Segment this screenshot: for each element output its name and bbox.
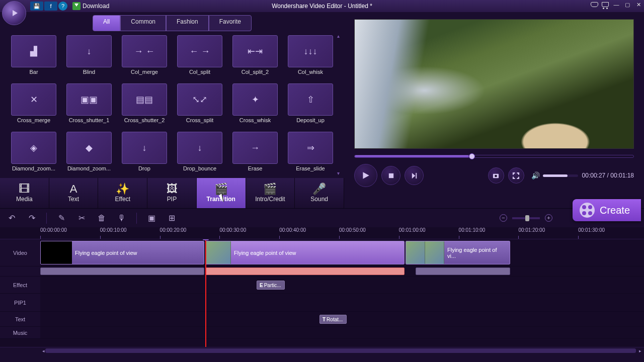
preview-scrubber[interactable] [354,155,634,158]
library-panel: AllCommonFashionFavorite ▟Bar↓Blind→ ←Co… [0,12,344,208]
filter-tab-all[interactable]: All [93,15,120,31]
timeline-horizontal-scrollbar[interactable]: ◂▸ [0,347,644,354]
filter-tabs: AllCommonFashionFavorite [0,15,344,31]
transition-cross-shutter-1[interactable]: ▣▣Cross_shutter_1 [64,83,114,130]
app-logo [2,1,26,25]
transition-cross-whisk[interactable]: ✦Cross_whisk [230,83,280,130]
transition-blind[interactable]: ↓Blind [64,35,114,81]
volume-slider[interactable] [543,174,578,177]
audio-clip-1[interactable] [40,267,204,275]
video-clip-3[interactable]: Flying eagle point of vi... [406,241,510,264]
text-track-label: Text [0,312,40,326]
transition-erase[interactable]: →Erase [230,132,280,178]
cart-icon[interactable] [600,0,611,9]
ruler-tick: 00:00:30:00 [219,227,279,239]
audio-clip-3[interactable] [416,267,510,275]
transition-col-whisk[interactable]: ↓↓↓Col_whisk [285,35,336,81]
close-button[interactable]: ✕ [633,0,644,9]
preview-frame [355,20,633,148]
ruler-tick: 00:00:00:00 [40,227,100,239]
video-clip-1[interactable]: Flying eagle point of view [40,241,204,264]
transition-drop[interactable]: ↓Drop [119,132,170,178]
music-track[interactable]: Music [0,327,644,339]
fullscreen-button[interactable] [508,167,524,184]
transition-diamond-zoom-[interactable]: ◈Diamond_zoom... [9,132,59,178]
download-icon [72,2,80,10]
transition-cross-split[interactable]: ⤡⤢Cross_split [175,83,225,130]
text-track[interactable]: Text TRotat... [0,312,644,327]
step-forward-button[interactable] [405,166,424,185]
mode-tab-text[interactable]: AText [49,178,99,208]
voiceover-button[interactable]: 🎙 [116,213,127,224]
zoom-out-button[interactable]: − [500,214,507,222]
minimize-button[interactable]: — [611,0,622,9]
filter-tab-fashion[interactable]: Fashion [166,15,209,31]
timeline: 00:00:00:0000:00:10:0000:00:20:0000:00:3… [0,227,644,354]
volume-icon[interactable]: 🔊 [531,171,540,179]
playhead[interactable] [205,239,206,347]
pip-track-label: PIP1 [0,294,40,311]
transition-erase-slide[interactable]: ⇒Erase_slide [285,132,336,178]
help-icon[interactable]: ? [58,2,67,11]
save-icon[interactable]: 💾 [30,2,43,11]
ruler-tick: 00:00:40:00 [279,227,339,239]
mode-tab-sound[interactable]: 🎤Sound [295,178,344,208]
effect-clip[interactable]: EPartic... [257,281,285,290]
timeline-toolbar: ↶ ↷ ✎ ✂ 🗑 🎙 ▣ ⊞ − + [0,208,644,227]
redo-button[interactable]: ↷ [26,213,37,224]
mode-bar: 🎞MediaAText✨Effect🖼PIP🎬Transition🎬Intro/… [0,178,344,208]
ruler-tick: 00:00:10:00 [100,227,160,239]
download-button[interactable]: Download [72,2,109,11]
undo-button[interactable]: ↶ [6,213,17,224]
mode-tab-media[interactable]: 🎞Media [0,178,49,208]
maximize-button[interactable]: ▢ [622,0,633,9]
text-clip[interactable]: TRotat... [319,315,347,324]
transition-cross-merge[interactable]: ✕Cross_merge [9,83,59,130]
play-button[interactable] [354,164,377,187]
mode-tab-intro-credit[interactable]: 🎬Intro/Credit [246,178,295,208]
svg-rect-0 [388,173,393,177]
filter-tab-favorite[interactable]: Favorite [209,15,252,31]
pip-track[interactable]: PIP1 [0,294,644,312]
stop-button[interactable] [381,166,400,185]
zoom-in-button[interactable]: + [545,214,552,222]
timecode: 00:00:27 / 00:01:18 [582,172,634,179]
aspect-button[interactable]: ⊞ [166,213,177,224]
effect-track[interactable]: Effect EPartic... [0,277,644,294]
snapshot-button[interactable] [488,167,504,184]
filter-tab-common[interactable]: Common [120,15,166,31]
cut-button[interactable]: ✂ [76,213,87,224]
ruler-tick: 00:01:10:00 [459,227,519,239]
video-track-label: Video [0,239,40,266]
audio-clip-2[interactable] [205,267,405,275]
audio-subtrack[interactable] [0,266,644,277]
edit-button[interactable]: ✎ [56,213,67,224]
transition-col-split-2[interactable]: ⇤⇥Col_split_2 [230,35,280,81]
transition-col-merge[interactable]: → ←Col_merge [119,35,170,81]
delete-button[interactable]: 🗑 [96,213,107,224]
video-track[interactable]: Video Flying eagle point of view Flying … [0,239,644,266]
mode-tab-pip[interactable]: 🖼PIP [147,178,197,208]
transition-col-split[interactable]: ← →Col_split [175,35,225,81]
video-clip-2[interactable]: Flying eagle point of view [205,241,405,264]
facebook-icon[interactable]: f [44,2,57,11]
ruler-tick: 00:00:20:00 [160,227,220,239]
crop-button[interactable]: ▣ [146,213,157,224]
time-ruler[interactable]: 00:00:00:0000:00:10:0000:00:20:0000:00:3… [0,227,644,239]
ruler-tick: 00:01:00:00 [399,227,459,239]
ruler-tick: 00:01:30:00 [578,227,638,239]
zoom-slider[interactable] [512,217,540,219]
grid-scrollbar[interactable]: ▴▾ [337,31,343,178]
transition-deposit-up[interactable]: ⇧Deposit_up [285,83,336,130]
mode-tab-effect[interactable]: ✨Effect [98,178,147,208]
mode-tab-transition[interactable]: 🎬Transition [197,178,246,208]
transition-cross-shutter-2[interactable]: ▤▤Cross_shutter_2 [119,83,170,130]
transition-diamond-zoom-[interactable]: ◆Diamond_zoom... [64,132,114,178]
transition-grid: ▟Bar↓Blind→ ←Col_merge← →Col_split⇤⇥Col_… [0,31,344,178]
video-preview [354,19,634,149]
key-icon[interactable] [589,0,600,9]
transition-drop-bounce[interactable]: ↓Drop_bounce [175,132,225,178]
create-label: Create [600,205,630,216]
create-button[interactable]: Create [573,199,641,221]
transition-bar[interactable]: ▟Bar [9,35,59,81]
